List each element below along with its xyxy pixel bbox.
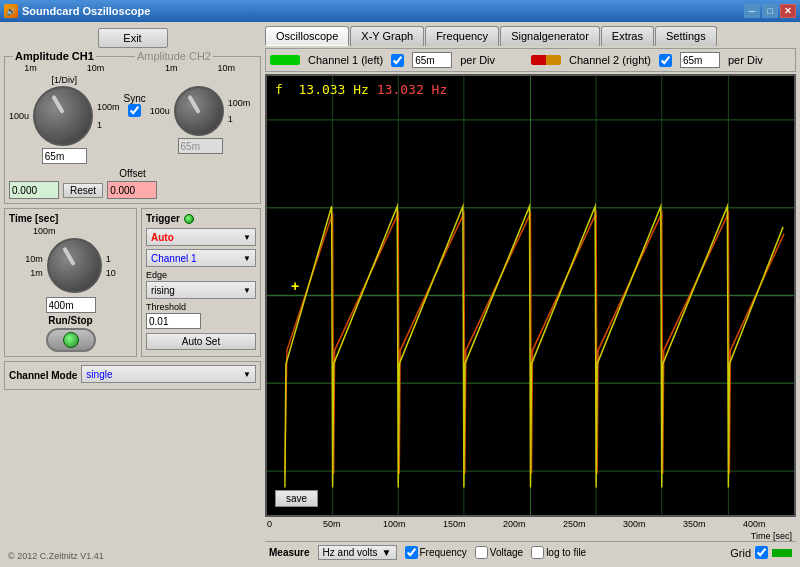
offset-section: Offset Reset — [9, 168, 256, 199]
scope-display: f 13.033 Hz 13.032 Hz + save — [265, 74, 796, 517]
measure-dropdown[interactable]: Hz and volts ▼ — [318, 545, 397, 560]
freq-ch2-value: 13.032 — [377, 82, 424, 97]
ch1-label-100u: 100u — [9, 111, 29, 121]
ch1-visible-checkbox[interactable] — [391, 54, 404, 67]
runstop-button[interactable] — [46, 328, 96, 352]
threshold-label: Threshold — [146, 302, 256, 312]
frequency-checkbox[interactable] — [405, 546, 418, 559]
titlebar-left: 🔊 Soundcard Oszilloscope — [4, 4, 150, 18]
bottom-bar: Measure Hz and volts ▼ Frequency Voltage… — [265, 541, 796, 563]
ch2-label-10m: 10m — [218, 63, 236, 73]
ch2-label-1m: 1m — [165, 63, 178, 73]
sync-section: Sync — [124, 93, 146, 117]
minimize-button[interactable]: ─ — [744, 4, 760, 18]
time-label-10m: 10m — [25, 254, 43, 264]
channel-mode-section: Channel Mode single ▼ — [4, 361, 261, 390]
reset-button[interactable]: Reset — [63, 183, 103, 198]
amplitude-ch2-title: Amplitude CH2 — [135, 50, 213, 62]
ch2-label-100u: 100u — [150, 106, 170, 116]
time-axis: 0 50m 100m 150m 200m 250m 300m 350m 400m… — [265, 517, 796, 539]
grid-color-swatch — [772, 549, 792, 557]
sync-checkbox[interactable] — [128, 104, 141, 117]
freq-label: f — [275, 82, 291, 97]
ch1-label-10m: 10m — [87, 63, 105, 73]
voltage-check-text: Voltage — [490, 547, 523, 558]
amplitude-knobs-row: 1m 10m [1/Div] 100u 100m 1 — [9, 63, 256, 164]
titlebar-controls[interactable]: ─ □ ✕ — [744, 4, 796, 18]
freq-display: f 13.033 Hz 13.032 Hz — [275, 82, 447, 97]
crosshair-marker: + — [291, 278, 299, 294]
ch2-label-100m: 100m — [228, 98, 251, 108]
autoset-button[interactable]: Auto Set — [146, 333, 256, 350]
time-value-input[interactable] — [46, 297, 96, 313]
ch1-amplitude-knob[interactable] — [33, 86, 93, 146]
titlebar-title: Soundcard Oszilloscope — [22, 5, 150, 17]
threshold-input[interactable] — [146, 313, 201, 329]
ch2-perdiv-input[interactable] — [680, 52, 720, 68]
titlebar: 🔊 Soundcard Oszilloscope ─ □ ✕ — [0, 0, 800, 22]
freq-ch1-unit: Hz — [353, 82, 369, 97]
time-knob[interactable] — [47, 238, 102, 293]
left-panel: Exit Amplitude CH1 Amplitude CH2 1m 10m … — [0, 22, 265, 567]
channel-mode-dropdown[interactable]: single ▼ — [81, 365, 256, 383]
exit-button[interactable]: Exit — [98, 28, 168, 48]
time-axis-150m: 150m — [443, 519, 466, 529]
channel-mode-arrow: ▼ — [243, 370, 251, 379]
runstop-indicator — [63, 332, 79, 348]
trigger-edge-dropdown[interactable]: rising ▼ — [146, 281, 256, 299]
ch1-perunit-input[interactable] — [42, 148, 87, 164]
trigger-mode-arrow: ▼ — [243, 233, 251, 242]
trigger-mode-dropdown[interactable]: Auto ▼ — [146, 228, 256, 246]
time-axis-title: Time [sec] — [751, 531, 792, 541]
measure-value: Hz and volts — [323, 547, 378, 558]
close-button[interactable]: ✕ — [780, 4, 796, 18]
grid-checkbox[interactable] — [755, 546, 768, 559]
tab-oscilloscope[interactable]: Oscilloscope — [265, 26, 349, 46]
offset-ch2-input[interactable] — [107, 181, 157, 199]
measure-arrow: ▼ — [382, 547, 392, 558]
tab-xy-graph[interactable]: X-Y Graph — [350, 26, 424, 46]
bottom-left-section: Time [sec] 100m 10m 1m 1 — [4, 208, 261, 357]
tab-frequency[interactable]: Frequency — [425, 26, 499, 46]
grid-label: Grid — [730, 547, 751, 559]
time-label-100m: 100m — [33, 226, 56, 236]
ch2-perunit-input[interactable] — [178, 138, 223, 154]
ch2-perdiv-label: per Div — [728, 54, 763, 66]
tab-settings[interactable]: Settings — [655, 26, 717, 46]
measure-label: Measure — [269, 547, 310, 558]
offset-ch1-input[interactable] — [9, 181, 59, 199]
ch1-color-indicator — [270, 55, 300, 65]
log-checkbox[interactable] — [531, 546, 544, 559]
trigger-section: Trigger Auto ▼ Channel 1 ▼ Edge rising ▼… — [141, 208, 261, 357]
ch1-perdiv-input[interactable] — [412, 52, 452, 68]
edge-label: Edge — [146, 270, 256, 280]
voltage-check-label[interactable]: Voltage — [475, 546, 523, 559]
time-label-10: 10 — [106, 268, 116, 278]
trigger-edge-value: rising — [151, 285, 175, 296]
ch2-visible-checkbox[interactable] — [659, 54, 672, 67]
time-axis-400m: 400m — [743, 519, 766, 529]
voltage-checkbox[interactable] — [475, 546, 488, 559]
log-check-label[interactable]: log to file — [531, 546, 586, 559]
maximize-button[interactable]: □ — [762, 4, 778, 18]
trigger-header: Trigger — [146, 213, 256, 224]
frequency-check-label[interactable]: Frequency — [405, 546, 467, 559]
time-axis-100m: 100m — [383, 519, 406, 529]
tab-extras[interactable]: Extras — [601, 26, 654, 46]
frequency-check-text: Frequency — [420, 547, 467, 558]
sync-label: Sync — [124, 93, 146, 104]
ch2-amplitude-knob[interactable] — [174, 86, 224, 136]
grid-section: Grid — [730, 546, 792, 559]
ch1-label-1m: 1m — [24, 63, 37, 73]
save-button[interactable]: save — [275, 490, 318, 507]
time-axis-200m: 200m — [503, 519, 526, 529]
time-axis-250m: 250m — [563, 519, 586, 529]
trigger-edge-arrow: ▼ — [243, 286, 251, 295]
channel-mode-value: single — [86, 369, 112, 380]
scope-svg — [267, 76, 794, 515]
right-panel: Oscilloscope X-Y Graph Frequency Signalg… — [265, 22, 800, 567]
grid-control: Time [sec] — [751, 531, 792, 541]
tab-signalgenerator[interactable]: Signalgenerator — [500, 26, 600, 46]
trigger-channel-dropdown[interactable]: Channel 1 ▼ — [146, 249, 256, 267]
ch2-knob-group: 1m 10m 100u 100m 1 — [150, 63, 251, 154]
